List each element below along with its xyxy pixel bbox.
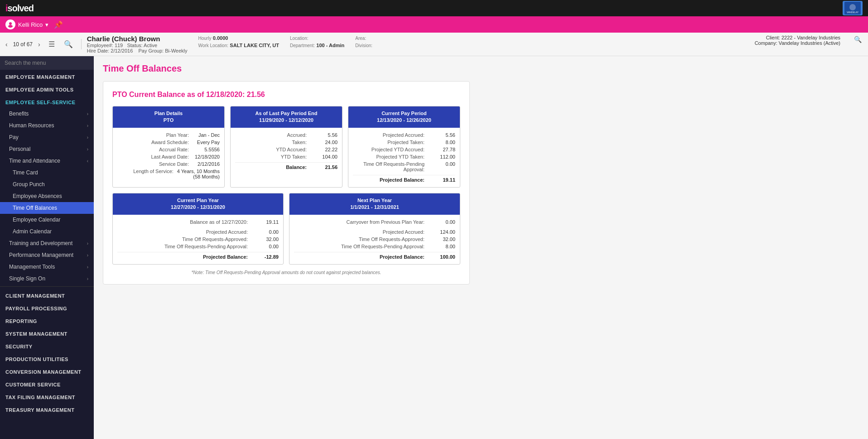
cpy-approved-row: Time Off Requests-Approved: 32.00 (117, 236, 279, 243)
sidebar-item-tax-filing[interactable]: TAX FILING MANAGEMENT (0, 390, 94, 403)
sidebar-item-label: Time Card (13, 169, 38, 176)
sidebar-divider (0, 286, 94, 287)
app-logo[interactable]: isolved (5, 3, 34, 14)
department-label: Department: (290, 43, 315, 48)
employee-number-value: 119 (115, 43, 123, 48)
employee-area-block: Area: Division: (355, 35, 372, 48)
sidebar-item-performance[interactable]: Performance Management › (0, 249, 94, 261)
chevron-right-icon: › (87, 253, 88, 258)
sidebar-item-client-management[interactable]: CLIENT MANAGEMENT (0, 289, 94, 301)
sidebar-item-time-off-balances[interactable]: Time Off Balances (0, 202, 94, 214)
next-plan-year-panel: Next Plan Year 1/1/2021 - 12/31/2021 Car… (289, 193, 460, 265)
client-value: 2222 - Vandelay Industries (781, 35, 840, 40)
department-value: 100 - Admin (316, 43, 344, 48)
current-plan-year-header: Current Plan Year 12/27/2020 - 12/31/202… (113, 193, 283, 215)
current-pay-period-panel: Current Pay Period 12/13/2020 - 12/26/20… (348, 106, 460, 188)
prev-employee-button[interactable]: ‹ (4, 40, 10, 49)
plan-details-panel: Plan Details PTO Plan Year: Jan - Dec Aw… (112, 106, 225, 188)
sidebar-item-employee-calendar[interactable]: Employee Calendar (0, 214, 94, 226)
sidebar-item-single-sign-on[interactable]: Single Sign On › (0, 273, 94, 285)
npy-proj-balance-row: Projected Balance: 100.00 (294, 252, 455, 261)
chevron-right-icon: › (87, 123, 88, 128)
sidebar-item-reporting[interactable]: REPORTING (0, 314, 94, 327)
employee-name: Charlie (Chuck) Brown (87, 35, 188, 43)
top-nav-right: VANDELAY (843, 1, 863, 15)
sidebar-item-group-punch[interactable]: Group Punch (0, 178, 94, 190)
sidebar-item-label: Training and Development (9, 240, 72, 246)
location-label: Location: (290, 36, 309, 41)
status-value: Active (144, 43, 157, 48)
top-right-search-button[interactable]: 🔍 (851, 35, 864, 44)
sidebar-item-conversion-management[interactable]: CONVERSION MANAGEMENT (0, 365, 94, 377)
sidebar-item-label: Time and Attendance (9, 158, 60, 164)
division-label: Division: (355, 43, 372, 48)
ytd-accrued-row: YTD Accrued: 22.22 (235, 146, 338, 153)
employee-search-icon[interactable]: 🔍 (61, 39, 76, 49)
employee-name-block: Charlie (Chuck) Brown Employee#: 119 Sta… (87, 35, 188, 53)
pto-card: PTO Current Balance as of 12/18/2020: 21… (103, 81, 470, 285)
top-nav: isolved VANDELAY (0, 0, 868, 16)
sidebar-item-benefits[interactable]: Benefits › (0, 108, 94, 120)
sidebar-item-label: Employee Absences (13, 193, 62, 199)
sidebar-search-input[interactable] (5, 60, 89, 66)
main-content: Time Off Balances PTO Current Balance as… (94, 56, 868, 439)
pto-top-grid: Plan Details PTO Plan Year: Jan - Dec Aw… (112, 106, 460, 188)
sidebar-item-employee-self-service[interactable]: EMPLOYEE SELF-SERVICE (0, 95, 94, 108)
sidebar-item-customer-service[interactable]: CUSTOMER SERVICE (0, 377, 94, 390)
pin-icon[interactable]: 📌 (54, 20, 63, 29)
chevron-right-icon: › (87, 241, 88, 246)
user-badge[interactable]: Kelli Rico ▾ (5, 19, 48, 29)
user-dropdown-arrow[interactable]: ▾ (45, 21, 48, 28)
plan-details-body: Plan Year: Jan - Dec Award Schedule: Eve… (113, 128, 224, 184)
award-schedule-row: Award Schedule: Every Pay (117, 139, 220, 146)
employee-sub-info: Employee#: 119 Status: Active (87, 43, 188, 48)
sidebar-item-employee-absences[interactable]: Employee Absences (0, 190, 94, 202)
sidebar-item-label: Admin Calendar (13, 228, 52, 235)
chevron-right-icon: › (87, 135, 88, 140)
second-nav: Kelli Rico ▾ 📌 (0, 16, 868, 33)
sidebar-item-system-management[interactable]: SYSTEM MANAGEMENT (0, 327, 94, 339)
area-label: Area: (355, 36, 366, 41)
sidebar-item-admin-calendar[interactable]: Admin Calendar (0, 226, 94, 237)
chevron-right-icon: › (87, 147, 88, 152)
sidebar-item-label: Management Tools (9, 264, 55, 270)
pay-group-value: Bi-Weekly (165, 48, 187, 53)
company-logo: VANDELAY (843, 1, 863, 15)
npy-approved-row: Time Off Requests-Approved: 32.00 (294, 236, 455, 243)
cpy-proj-accrued-row: Projected Accrued: 0.00 (117, 228, 279, 236)
sidebar-item-time-attendance[interactable]: Time and Attendance ‹ (0, 155, 94, 167)
cpy-proj-balance-row: Projected Balance: -12.89 (117, 252, 279, 261)
next-employee-button[interactable]: › (36, 40, 42, 49)
sidebar-item-personal[interactable]: Personal › (0, 143, 94, 155)
sidebar-item-human-resources[interactable]: Human Resources › (0, 120, 94, 131)
sidebar-item-pay[interactable]: Pay › (0, 131, 94, 143)
pay-group-label: Pay Group: (138, 48, 164, 53)
sidebar-item-label: Single Sign On (9, 275, 45, 282)
sidebar-item-label: Pay (9, 134, 19, 140)
sidebar-item-security[interactable]: SECURITY (0, 339, 94, 352)
chevron-down-icon: ‹ (87, 159, 88, 164)
sidebar-item-training[interactable]: Training and Development › (0, 237, 94, 249)
length-of-service-row: Length of Service: 4 Years, 10 Months(58… (117, 168, 220, 180)
sidebar-item-treasury[interactable]: TREASURY MANAGEMENT (0, 403, 94, 415)
next-plan-year-body: Carryover from Previous Plan Year: 0.00 … (289, 215, 460, 264)
sidebar-item-management-tools[interactable]: Management Tools › (0, 261, 94, 273)
sidebar-item-employee-admin-tools[interactable]: EMPLOYEE ADMIN TOOLS (0, 82, 94, 95)
employee-list-icon[interactable]: ☰ (46, 39, 58, 49)
main-layout: EMPLOYEE MANAGEMENT EMPLOYEE ADMIN TOOLS… (0, 56, 868, 439)
last-pay-period-panel: As of Last Pay Period End 11/29/2020 - 1… (230, 106, 342, 188)
sidebar-item-production-utilities[interactable]: PRODUCTION UTILITIES (0, 352, 94, 365)
accrual-rate-row: Accrual Rate: 5.5556 (117, 146, 220, 153)
plan-year-row: Plan Year: Jan - Dec (117, 131, 220, 139)
sidebar-item-employee-management[interactable]: EMPLOYEE MANAGEMENT (0, 70, 94, 82)
proj-accrued-row: Projected Accrued: 5.56 (353, 131, 455, 139)
employee-info: Charlie (Chuck) Brown Employee#: 119 Sta… (87, 35, 864, 53)
last-pay-period-header: As of Last Pay Period End 11/29/2020 - 1… (231, 106, 342, 128)
pto-balance-title: PTO Current Balance as of 12/18/2020: 21… (112, 91, 460, 99)
hire-value: 2/12/2016 (111, 48, 133, 53)
npy-proj-accrued-row: Projected Accrued: 124.00 (294, 228, 455, 236)
last-pay-period-body: Accrued: 5.56 Taken: 24.00 YTD Accrued: … (231, 128, 342, 174)
sidebar-item-time-card[interactable]: Time Card (0, 167, 94, 178)
sidebar-item-payroll-processing[interactable]: PAYROLL PROCESSING (0, 301, 94, 314)
npy-carryover-row: Carryover from Previous Plan Year: 0.00 (294, 218, 455, 226)
